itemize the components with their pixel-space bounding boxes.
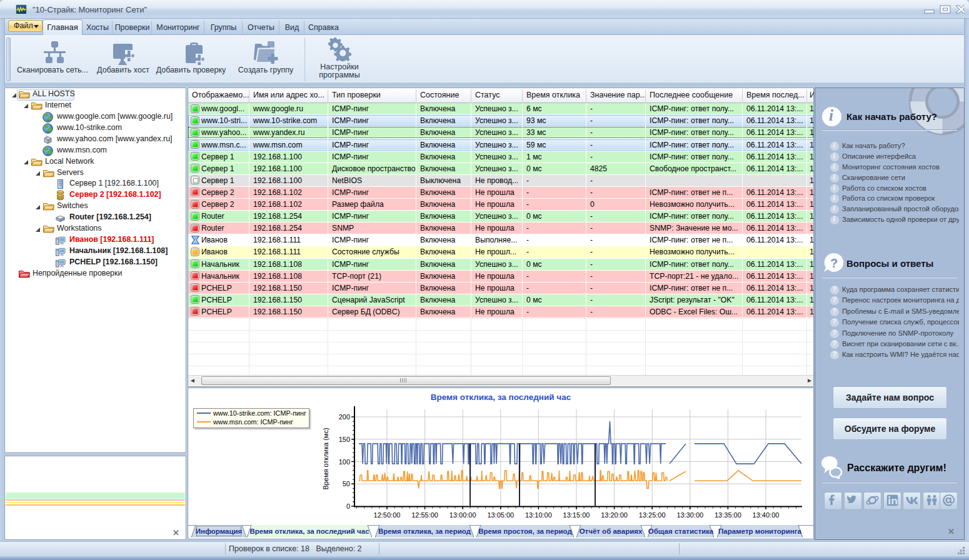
svg-text:0: 0 [346, 502, 350, 510]
svg-text:13:10:00: 13:10:00 [525, 511, 552, 519]
svg-text:13:30:00: 13:30:00 [676, 511, 703, 519]
svg-text:100: 100 [339, 458, 350, 466]
svg-text:13:05:00: 13:05:00 [487, 511, 514, 519]
svg-text:13:15:00: 13:15:00 [563, 511, 590, 519]
svg-text:12:55:00: 12:55:00 [411, 511, 438, 519]
svg-text:13:40:00: 13:40:00 [753, 511, 780, 519]
svg-text:13:20:00: 13:20:00 [601, 511, 628, 519]
svg-text:13:00:00: 13:00:00 [449, 511, 476, 519]
svg-text:200: 200 [339, 413, 350, 421]
svg-text:50: 50 [343, 480, 350, 488]
svg-text:13:35:00: 13:35:00 [715, 511, 741, 519]
svg-text:12:50:00: 12:50:00 [374, 511, 401, 519]
svg-text:150: 150 [339, 436, 350, 443]
svg-text:?: ? [830, 256, 838, 270]
svg-text:13:25:00: 13:25:00 [639, 511, 666, 519]
